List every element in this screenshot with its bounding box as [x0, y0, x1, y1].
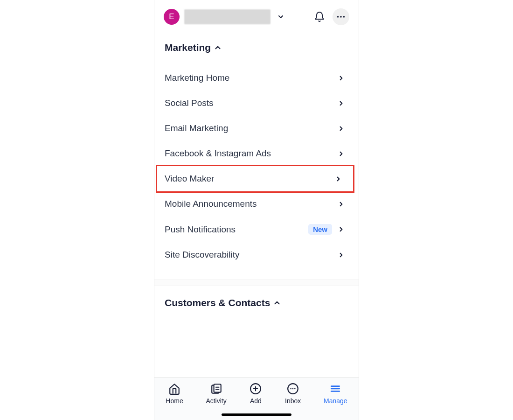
- chevron-down-icon: [277, 13, 284, 21]
- list-item-video-maker[interactable]: Video Maker: [157, 166, 353, 191]
- notifications-button[interactable]: [311, 8, 328, 25]
- app-screen: E Marketing Marketing Home Social Posts: [154, 0, 359, 420]
- list-item-mobile-announcements[interactable]: Mobile Announcements: [154, 191, 359, 217]
- chevron-right-icon: [338, 201, 345, 208]
- chevron-right-icon: [335, 175, 342, 182]
- svg-point-1: [340, 16, 342, 18]
- svg-point-12: [292, 388, 294, 390]
- nav-label: Inbox: [285, 397, 301, 405]
- activity-icon: [210, 383, 222, 395]
- inbox-icon: [287, 383, 299, 395]
- nav-add[interactable]: Add: [249, 382, 262, 405]
- nav-label: Manage: [324, 397, 347, 405]
- nav-home[interactable]: Home: [166, 382, 183, 405]
- list-label: Push Notifications: [165, 224, 308, 235]
- section-title: Marketing: [165, 42, 211, 53]
- marketing-list: Marketing Home Social Posts Email Market…: [154, 59, 359, 280]
- list-item-site-discoverability[interactable]: Site Discoverability: [154, 242, 359, 267]
- avatar-initial: E: [169, 12, 174, 21]
- section-title: Customers & Contacts: [165, 297, 270, 308]
- home-indicator: [222, 413, 291, 416]
- top-bar: E: [154, 0, 359, 31]
- nav-inbox[interactable]: Inbox: [285, 382, 301, 405]
- svg-point-0: [337, 16, 339, 18]
- section-divider: [154, 280, 359, 286]
- list-item-social-posts[interactable]: Social Posts: [154, 91, 359, 116]
- list-label: Marketing Home: [165, 73, 338, 83]
- nav-activity[interactable]: Activity: [206, 382, 226, 405]
- nav-manage[interactable]: Manage: [324, 382, 347, 405]
- list-label: Site Discoverability: [165, 250, 338, 260]
- nav-label: Add: [250, 397, 262, 405]
- chevron-right-icon: [338, 75, 345, 82]
- avatar[interactable]: E: [164, 9, 180, 25]
- bottom-nav: Home Activity Add Inbox Manage: [154, 377, 359, 420]
- list-label: Social Posts: [165, 98, 338, 108]
- chevron-right-icon: [338, 100, 345, 107]
- section-customers-header[interactable]: Customers & Contacts: [154, 286, 359, 314]
- list-label: Video Maker: [165, 174, 335, 184]
- nav-label: Activity: [206, 397, 226, 405]
- chevron-up-icon: [214, 43, 222, 52]
- svg-rect-4: [214, 384, 221, 392]
- section-marketing-header[interactable]: Marketing: [154, 31, 359, 59]
- chevron-right-icon: [338, 226, 345, 233]
- list-label: Mobile Announcements: [165, 199, 338, 209]
- svg-point-13: [294, 388, 296, 390]
- chevron-right-icon: [338, 125, 345, 132]
- more-menu-button[interactable]: [333, 8, 349, 25]
- list-item-email-marketing[interactable]: Email Marketing: [154, 116, 359, 141]
- list-label: Email Marketing: [165, 123, 338, 133]
- chevron-right-icon: [338, 150, 345, 157]
- svg-point-11: [291, 388, 292, 390]
- new-badge: New: [308, 224, 332, 235]
- nav-label: Home: [166, 397, 183, 405]
- chevron-up-icon: [273, 299, 281, 307]
- menu-icon: [329, 383, 341, 395]
- account-switcher[interactable]: [277, 13, 284, 21]
- bell-icon: [314, 11, 325, 22]
- svg-point-2: [343, 16, 345, 18]
- list-item-marketing-home[interactable]: Marketing Home: [154, 65, 359, 91]
- account-name-blurred[interactable]: [184, 9, 270, 24]
- more-horizontal-icon: [336, 12, 346, 22]
- list-item-push-notifications[interactable]: Push Notifications New: [154, 217, 359, 242]
- list-label: Facebook & Instagram Ads: [165, 148, 338, 159]
- home-icon: [168, 383, 180, 395]
- list-item-facebook-instagram-ads[interactable]: Facebook & Instagram Ads: [154, 141, 359, 166]
- plus-circle-icon: [250, 383, 262, 395]
- chevron-right-icon: [338, 252, 345, 259]
